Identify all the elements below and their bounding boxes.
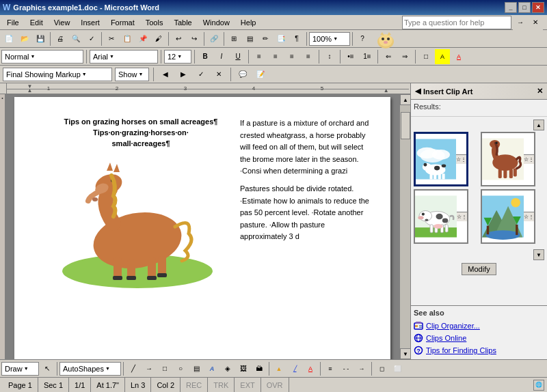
close-button[interactable]: ✕ — [532, 2, 544, 13]
clip-item-3[interactable]: ☆ ⋮ — [414, 189, 468, 244]
paste-button[interactable]: 📌 — [135, 31, 150, 46]
clip-item-4[interactable]: ☆ ⋮ — [481, 189, 535, 244]
autoshapes-dropdown[interactable]: AutoShapes — [59, 362, 121, 376]
decrease-indent-button[interactable]: ⇐ — [381, 49, 396, 64]
clip-3-icon2[interactable]: ⋮ — [462, 214, 467, 220]
show-dropdown[interactable]: Show — [115, 68, 149, 81]
maximize-button[interactable]: □ — [518, 2, 531, 13]
clip-2-icon2[interactable]: ⋮ — [529, 156, 534, 163]
menu-window[interactable]: Window — [198, 16, 235, 29]
panel-close-icon[interactable]: ✕ — [537, 87, 543, 96]
comment-button[interactable]: 💬 — [235, 67, 250, 82]
open-button[interactable]: 📂 — [17, 31, 32, 46]
line-color-button[interactable]: ╱ — [287, 361, 302, 376]
menu-table[interactable]: Table — [168, 16, 197, 29]
cursor-button[interactable]: ↖ — [40, 361, 55, 376]
numbering-button[interactable]: 1≡ — [360, 49, 375, 64]
style-dropdown[interactable]: Normal — [1, 50, 83, 64]
drawing-button[interactable]: ✏ — [258, 31, 273, 46]
shadow-button[interactable]: ◻ — [374, 361, 389, 376]
show-hide-button[interactable]: ¶ — [289, 31, 304, 46]
oval-button[interactable]: ○ — [173, 361, 188, 376]
italic-button[interactable]: I — [214, 49, 229, 64]
doc-content[interactable]: Tips on grazing horses on small acreages… — [5, 94, 399, 359]
line-button[interactable]: ╱ — [126, 361, 141, 376]
scroll-track[interactable] — [400, 105, 410, 348]
word-help-button[interactable]: ? — [355, 31, 370, 46]
increase-indent-button[interactable]: ⇒ — [397, 49, 412, 64]
justify-button[interactable]: ≡ — [301, 49, 316, 64]
column-button[interactable]: ▤ — [242, 31, 257, 46]
menu-view[interactable]: View — [49, 16, 76, 29]
cut-button[interactable]: ✂ — [104, 31, 119, 46]
track-changes-button[interactable]: 📝 — [253, 67, 268, 82]
align-right-button[interactable]: ≡ — [284, 49, 299, 64]
font-color2-button[interactable]: A — [303, 361, 318, 376]
bold-button[interactable]: B — [198, 49, 213, 64]
panel-back-icon[interactable]: ◀ — [415, 87, 421, 96]
font-dropdown[interactable]: Arial — [90, 50, 158, 64]
menu-help[interactable]: Help — [235, 16, 262, 29]
new-button[interactable]: 📄 — [1, 31, 16, 46]
wordart-button[interactable]: A — [204, 361, 219, 376]
clip-scroll-down[interactable]: ▼ — [533, 249, 544, 260]
markup-dropdown[interactable]: Final Showing Markup — [3, 68, 112, 81]
clip-1-icon2[interactable]: ⋮ — [461, 156, 466, 163]
zoom-dropdown[interactable]: 100% — [309, 32, 350, 46]
bullets-button[interactable]: •≡ — [343, 49, 358, 64]
spell-button[interactable]: ✓ — [84, 31, 99, 46]
clip-item-2[interactable]: ☆ ⋮ — [481, 132, 535, 186]
clip-scroll-up[interactable]: ▲ — [533, 120, 544, 130]
help-close-button[interactable]: ✕ — [528, 15, 543, 30]
textbox-button[interactable]: ▤ — [189, 361, 204, 376]
reject-change-button[interactable]: ✕ — [211, 67, 226, 82]
scroll-thumb[interactable] — [401, 112, 410, 139]
size-dropdown[interactable]: 12 — [164, 50, 191, 64]
menu-tools[interactable]: Tools — [140, 16, 169, 29]
scroll-down-button[interactable]: ▼ — [400, 348, 410, 359]
clip-art-button[interactable]: 🖼 — [236, 361, 251, 376]
help-search-input[interactable] — [402, 16, 511, 29]
draw-dropdown[interactable]: Draw — [1, 362, 39, 376]
font-color-button[interactable]: A — [451, 49, 466, 64]
scroll-up-button[interactable]: ▲ — [400, 94, 410, 105]
arrow-style-button[interactable]: → — [354, 361, 369, 376]
highlight-button[interactable]: A — [435, 49, 450, 64]
format-painter-button[interactable]: 🖌 — [151, 31, 166, 46]
clip-4-icon1[interactable]: ☆ — [524, 214, 529, 220]
table-button[interactable]: ⊞ — [226, 31, 241, 46]
print-preview-button[interactable]: 🔍 — [68, 31, 83, 46]
undo-button[interactable]: ↩ — [171, 31, 186, 46]
clip-2-icon1[interactable]: ☆ — [524, 156, 529, 163]
print-button[interactable]: 🖨 — [53, 31, 68, 46]
modify-button[interactable]: Modify — [462, 263, 496, 275]
help-search-button[interactable]: → — [513, 15, 528, 30]
line-spacing-button[interactable]: ↕ — [322, 49, 337, 64]
copy-button[interactable]: 📋 — [120, 31, 135, 46]
menu-format[interactable]: Format — [105, 16, 140, 29]
hyperlink-button[interactable]: 🔗 — [206, 31, 222, 46]
clip-organizer-link[interactable]: Clip Organizer... — [414, 320, 544, 332]
3d-button[interactable]: ⬜ — [390, 361, 405, 376]
clips-online-link[interactable]: Clips Online — [414, 332, 544, 344]
next-change-button[interactable]: ▶ — [176, 67, 191, 82]
prev-change-button[interactable]: ◀ — [158, 67, 173, 82]
underline-button[interactable]: U — [230, 49, 245, 64]
picture-button[interactable]: 🏔 — [252, 361, 267, 376]
menu-file[interactable]: File — [1, 16, 25, 29]
dash-style-button[interactable]: - - — [338, 361, 353, 376]
rect-button[interactable]: □ — [157, 361, 172, 376]
clip-3-icon1[interactable]: ☆ — [457, 214, 462, 220]
tips-for-clips-link[interactable]: ? Tips for Finding Clips — [414, 344, 544, 356]
clip-item-1[interactable]: ☆ ⋮ — [414, 132, 468, 186]
menu-insert[interactable]: Insert — [75, 16, 105, 29]
align-left-button[interactable]: ≡ — [252, 49, 267, 64]
document-map-button[interactable]: 📑 — [274, 31, 289, 46]
menu-edit[interactable]: Edit — [25, 16, 49, 29]
clip-1-icon1[interactable]: ☆ — [456, 156, 461, 163]
align-center-button[interactable]: ≡ — [268, 49, 283, 64]
diagram-button[interactable]: ◈ — [220, 361, 235, 376]
line-style-button[interactable]: ≡ — [323, 361, 338, 376]
accept-change-button[interactable]: ✓ — [194, 67, 209, 82]
redo-button[interactable]: ↪ — [187, 31, 202, 46]
